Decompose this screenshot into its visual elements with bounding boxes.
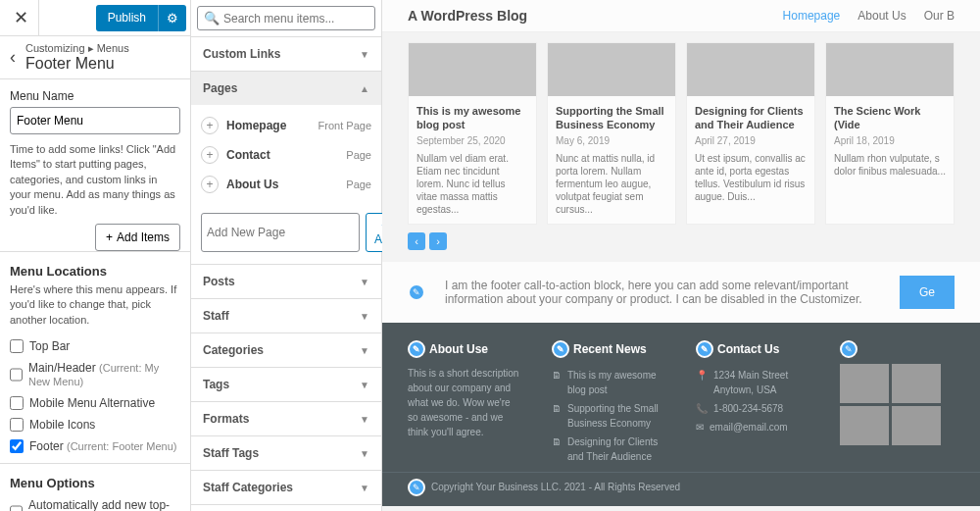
nav-links: Homepage About Us Our B — [783, 9, 955, 23]
chevron-down-icon: ▼ — [360, 311, 369, 322]
accordion-staff-tags[interactable]: Staff Tags▼ — [191, 435, 381, 470]
location-row[interactable]: Footer (Current: Footer Menu) — [10, 435, 180, 457]
edit-shortcut-icon[interactable]: ✎ — [696, 340, 713, 358]
edit-shortcut-icon[interactable]: ✎ — [408, 283, 425, 301]
page-title: Footer Menu — [25, 55, 129, 73]
search-input[interactable] — [223, 12, 370, 26]
publish-button[interactable]: Publish — [96, 5, 158, 31]
gallery-thumb — [840, 406, 889, 445]
post-card[interactable]: The Scienc Work (VideApril 18, 2019Nulla… — [825, 42, 955, 225]
accordion-formats[interactable]: Formats▼ — [191, 401, 381, 435]
back-button[interactable]: ‹ — [10, 47, 16, 68]
news-item[interactable]: 🗎Supporting the Small Business Economy — [552, 399, 666, 433]
edit-shortcut-icon[interactable]: ✎ — [552, 340, 569, 358]
page-item[interactable]: +HomepageFront Page — [201, 111, 371, 140]
location-checkbox[interactable] — [10, 396, 24, 410]
news-item[interactable]: 🗎This is my awesome blog post — [552, 366, 666, 399]
add-new-page-input[interactable] — [201, 213, 360, 252]
accordion-staff-categories[interactable]: Staff Categories▼ — [191, 470, 381, 504]
post-card[interactable]: Supporting the Small Business EconomyMay… — [547, 42, 676, 225]
location-checkbox[interactable] — [10, 418, 24, 432]
phone-icon: 📞 — [696, 401, 708, 416]
chevron-down-icon: ▼ — [360, 483, 369, 493]
accordion-posts[interactable]: Posts▼ — [191, 264, 381, 298]
site-preview: A WordPress Blog Homepage About Us Our B… — [382, 0, 980, 511]
add-icon[interactable]: + — [201, 176, 219, 193]
accordion-categories[interactable]: Categories▼ — [191, 332, 381, 367]
add-items-button[interactable]: +Add Items — [95, 224, 180, 251]
doc-icon: 🗎 — [552, 434, 562, 464]
help-text: Time to add some links! Click "Add Items… — [10, 142, 180, 218]
doc-icon: 🗎 — [552, 368, 562, 397]
location-row[interactable]: Top Bar — [10, 335, 180, 357]
card-image — [409, 43, 536, 96]
location-row[interactable]: Mobile Menu Alternative — [10, 392, 180, 414]
accordion-pages[interactable]: Pages▲ — [191, 71, 381, 105]
doc-icon: 🗎 — [552, 401, 562, 431]
prev-button[interactable]: ‹ — [408, 232, 425, 250]
card-image — [548, 43, 675, 96]
location-row[interactable]: Main/Header (Current: My New Menu) — [10, 357, 180, 392]
search-box[interactable]: 🔍 — [197, 6, 375, 30]
accordion-custom-links[interactable]: Custom Links▼ — [191, 36, 381, 71]
post-card[interactable]: This is my awesome blog postSeptember 25… — [408, 42, 537, 225]
site-title: A WordPress Blog — [408, 8, 527, 24]
accordion-tags[interactable]: Tags▼ — [191, 367, 381, 401]
options-heading: Menu Options — [10, 476, 180, 490]
chevron-down-icon: ▼ — [360, 49, 369, 60]
locations-heading: Menu Locations — [10, 264, 180, 279]
add-icon[interactable]: + — [201, 117, 219, 134]
edit-shortcut-icon[interactable]: ✎ — [408, 479, 425, 496]
cta-text: I am the footer call-to-action block, he… — [445, 279, 880, 306]
gallery-thumb — [892, 364, 941, 403]
auto-add-row[interactable]: Automatically add new top-level pages to… — [10, 494, 180, 511]
location-checkbox[interactable] — [10, 439, 24, 453]
post-card[interactable]: Designing for Clients and Their Audience… — [686, 42, 815, 225]
publish-settings-button[interactable]: ⚙ — [158, 5, 186, 31]
chevron-down-icon: ▼ — [360, 380, 369, 390]
email-icon: ✉ — [696, 420, 704, 434]
page-item[interactable]: +ContactPage — [201, 140, 371, 170]
next-button[interactable]: › — [429, 232, 447, 250]
close-customizer-button[interactable]: ✕ — [4, 0, 39, 35]
nav-link[interactable]: Our B — [924, 9, 955, 23]
gallery-thumb — [892, 406, 941, 445]
news-item[interactable]: 🗎Designing for Clients and Their Audienc… — [552, 433, 666, 466]
location-row[interactable]: Mobile Icons — [10, 414, 180, 435]
edit-shortcut-icon[interactable]: ✎ — [840, 340, 858, 358]
menu-name-input[interactable] — [10, 107, 180, 134]
cta-button[interactable]: Ge — [900, 276, 955, 309]
locations-sub: Here's where this menu appears. If you'd… — [10, 282, 180, 328]
accordion-staff[interactable]: Staff▼ — [191, 298, 381, 332]
add-icon[interactable]: + — [201, 146, 219, 164]
chevron-down-icon: ▼ — [360, 414, 369, 425]
search-icon: 🔍 — [204, 11, 220, 26]
nav-link[interactable]: About Us — [858, 9, 906, 23]
card-image — [826, 43, 954, 96]
auto-add-checkbox[interactable] — [10, 505, 23, 511]
breadcrumb: Customizing ▸ Menus — [25, 42, 129, 55]
menu-name-label: Menu Name — [10, 89, 180, 103]
card-image — [687, 43, 814, 96]
page-item[interactable]: +About UsPage — [201, 170, 371, 199]
edit-shortcut-icon[interactable]: ✎ — [408, 340, 425, 358]
chevron-up-icon: ▲ — [360, 83, 369, 94]
gear-icon: ⚙ — [167, 11, 178, 26]
location-checkbox[interactable] — [10, 339, 24, 353]
nav-link[interactable]: Homepage — [783, 9, 841, 23]
location-checkbox[interactable] — [10, 368, 23, 382]
chevron-down-icon: ▼ — [360, 345, 369, 356]
plus-icon: + — [106, 230, 113, 244]
accordion-post-series[interactable]: Post Series▼ — [191, 504, 381, 511]
pin-icon: 📍 — [696, 368, 708, 397]
gallery-thumb — [840, 364, 889, 403]
chevron-down-icon: ▼ — [360, 277, 369, 287]
chevron-down-icon: ▼ — [360, 448, 369, 459]
